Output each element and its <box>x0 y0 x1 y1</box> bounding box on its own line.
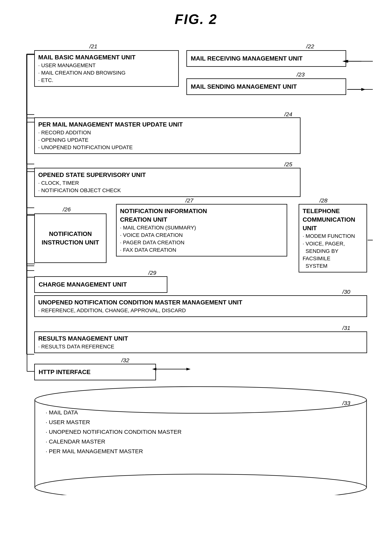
box-25-bullet-2: · NOTIFICATION OBJECT CHECK <box>38 187 297 194</box>
box-25-bullet-1: · CLOCK, TIMER <box>38 179 297 187</box>
box-21-bullet-2: · MAIL CREATION AND BROWSING <box>38 69 175 76</box>
diagram: MAIL BASIC MANAGEMENT UNIT · USER MANAGE… <box>15 42 373 547</box>
box-24: PER MAIL MANAGEMENT MASTER UPDATE UNIT ·… <box>34 117 300 154</box>
box-32: HTTP INTERFACE <box>34 364 156 380</box>
box-21: MAIL BASIC MANAGEMENT UNIT · USER MANAGE… <box>34 50 179 87</box>
box-27-bullet-2: · VOICE DATA CREATION <box>120 231 283 239</box>
box-31-title: RESULTS MANAGEMENT UNIT <box>38 334 363 343</box>
box-26: NOTIFICATIONINSTRUCTION UNIT <box>34 213 107 263</box>
svg-marker-6 <box>361 88 365 91</box>
label-27: /27 <box>185 197 193 204</box>
box-27-title: NOTIFICATION INFORMATIONCREATION UNIT <box>120 207 283 224</box>
label-33: /33 <box>342 400 350 406</box>
box-32-title: HTTP INTERFACE <box>39 368 152 376</box>
label-23: /23 <box>297 71 305 78</box>
label-24: /24 <box>284 111 292 117</box>
label-29: /29 <box>148 270 156 276</box>
box-28-bullet-1: · MODEM FUNCTION <box>303 232 363 240</box>
box-23-title: MAIL SENDING MANAGEMENT UNIT <box>191 82 342 91</box>
page-container: FIG. 2 <box>0 0 392 555</box>
box-21-bullet-1: · USER MANAGEMENT <box>38 62 175 69</box>
box-23: MAIL SENDING MANAGEMENT UNIT <box>186 78 346 95</box>
box-27-bullet-3: · PAGER DATA CREATION <box>120 239 283 246</box>
svg-marker-43 <box>186 368 191 371</box>
box-28-bullet-4: SYSTEM <box>303 262 363 270</box>
figure-title: FIG. 2 <box>15 11 377 27</box>
box-28-bullet-3: SENDING BY FACSIMILE <box>303 247 363 262</box>
box-26-title: NOTIFICATIONINSTRUCTION UNIT <box>42 230 99 247</box>
box-25-title: OPENED STATE SUPERVISORY UNIT <box>38 171 297 179</box>
label-31: /31 <box>342 325 350 331</box>
box-29: CHARGE MANAGEMENT UNIT <box>34 276 167 293</box>
box-30: UNOPENED NOTIFICATION CONDITION MASTER M… <box>34 295 367 317</box>
box-33-bullet-4: · CALENDAR MASTER <box>46 437 181 446</box>
box-33-bullet-1: · MAIL DATA <box>46 408 181 417</box>
box-24-bullet-1: · RECORD ADDITION <box>38 129 297 136</box>
label-21: /21 <box>89 43 97 50</box>
box-27-bullet-4: · FAX DATA CREATION <box>120 246 283 254</box>
box-28-bullet-2: · VOICE, PAGER, <box>303 240 363 247</box>
box-29-title: CHARGE MANAGEMENT UNIT <box>39 280 163 289</box>
label-32: /32 <box>121 357 129 364</box>
box-21-bullet-3: · ETC. <box>38 76 175 84</box>
box-28: TELEPHONECOMMUNICATION UNIT · MODEM FUNC… <box>299 204 367 272</box>
box-24-title: PER MAIL MANAGEMENT MASTER UPDATE UNIT <box>38 120 297 129</box>
box-33-bullet-5: · PER MAIL MANAGEMENT MASTER <box>46 446 181 456</box>
box-33-container: · MAIL DATA · USER MASTER · UNOPENED NOT… <box>34 385 367 496</box>
box-33-bullet-3: · UNOPENED NOTIFICATION CONDITION MASTER <box>46 427 181 437</box>
box-31: RESULTS MANAGEMENT UNIT · RESULTS DATA R… <box>34 331 367 353</box>
box-27-bullet-1: · MAIL CREATION (SUMMARY) <box>120 224 283 231</box>
label-22: /22 <box>306 43 314 50</box>
box-21-title: MAIL BASIC MANAGEMENT UNIT <box>38 53 175 62</box>
box-30-title: UNOPENED NOTIFICATION CONDITION MASTER M… <box>38 298 363 307</box>
box-22-title: MAIL RECEIVING MANAGEMENT UNIT <box>191 54 342 63</box>
box-24-bullet-2: · OPENING UPDATE <box>38 136 297 144</box>
box-31-bullet-1: · RESULTS DATA REFERENCE <box>38 343 363 350</box>
label-28: /28 <box>319 197 327 204</box>
box-24-bullet-3: · UNOPENED NOTIFICATION UPDATE <box>38 144 297 151</box>
label-25: /25 <box>284 161 292 168</box>
box-28-title: TELEPHONECOMMUNICATION UNIT <box>303 207 363 232</box>
box-22: MAIL RECEIVING MANAGEMENT UNIT <box>186 50 346 67</box>
box-25: OPENED STATE SUPERVISORY UNIT · CLOCK, T… <box>34 168 300 197</box>
label-30: /30 <box>342 289 350 295</box>
label-26: /26 <box>63 206 71 213</box>
box-30-bullet-1: · REFERENCE, ADDITION, CHANGE, APPROVAL,… <box>38 307 363 314</box>
box-33-bullet-2: · USER MASTER <box>46 417 181 427</box>
box-27: NOTIFICATION INFORMATIONCREATION UNIT · … <box>116 204 287 256</box>
